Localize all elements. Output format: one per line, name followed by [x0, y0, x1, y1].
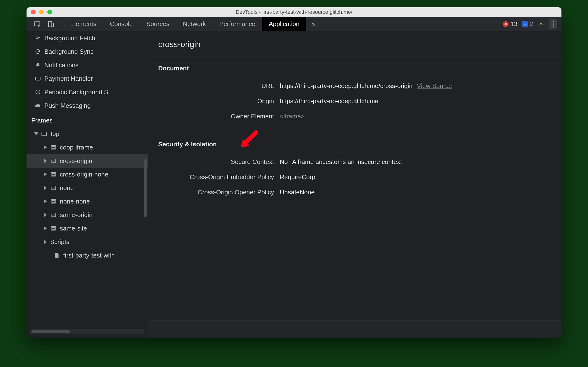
disclosure-triangle-icon[interactable] [44, 186, 47, 190]
tab-sources[interactable]: Sources [140, 17, 176, 31]
security-isolation-section: Security & Isolation Secure Context No A… [148, 132, 562, 208]
iframe-icon [50, 212, 56, 218]
script-file-item[interactable]: first-party-test-with- [26, 249, 148, 262]
frame-item-coop-iframe[interactable]: coop-iframe [26, 141, 148, 154]
settings-gear-icon[interactable] [537, 20, 545, 28]
svg-rect-16 [52, 201, 55, 202]
svg-rect-18 [52, 214, 55, 216]
bottom-bars [148, 320, 562, 338]
tab-console[interactable]: Console [103, 17, 139, 31]
iframe-icon [50, 171, 56, 177]
tabbar: Elements Console Sources Network Perform… [26, 17, 562, 31]
tab-application[interactable]: Application [262, 17, 306, 31]
frame-label: cross-origin [60, 157, 92, 165]
close-window-button[interactable] [31, 10, 36, 15]
error-counter[interactable]: ✕ 13 [503, 20, 518, 28]
row-secure-context: Secure Context No A frame ancestor is an… [148, 154, 562, 169]
minimize-window-button[interactable] [39, 10, 44, 15]
svg-rect-6 [42, 132, 47, 135]
disclosure-triangle-icon[interactable] [44, 240, 47, 244]
cloud-icon [35, 102, 41, 109]
disclosure-triangle-icon[interactable] [44, 199, 47, 203]
svg-point-3 [540, 23, 542, 25]
value-url: https://third-party-no-coep.glitch.me/cr… [280, 82, 413, 90]
view-source-link[interactable]: View Source [417, 82, 452, 90]
sidebar-item-label: Notifications [44, 61, 79, 69]
frame-tree-scripts[interactable]: Scripts [26, 235, 148, 249]
frame-label: same-origin [60, 211, 92, 219]
sidebar-item-background-sync[interactable]: Background Sync [26, 45, 148, 58]
sidebar-item-label: Background Sync [44, 48, 93, 55]
window-icon [41, 131, 47, 137]
frame-label: same-site [60, 225, 87, 232]
inspect-element-icon[interactable] [34, 20, 41, 28]
svg-rect-12 [52, 174, 55, 175]
value-secure-context: No [280, 158, 288, 166]
tab-label: Performance [219, 20, 255, 28]
label-coop: Cross-Origin Opener Policy [158, 189, 274, 196]
sidebar-horizontal-scrollbar[interactable] [30, 329, 144, 334]
sidebar-item-label: Payment Handler [44, 75, 93, 83]
frame-item-none[interactable]: none [26, 181, 148, 195]
disclosure-triangle-icon[interactable] [44, 213, 47, 217]
sidebar-item-background-fetch[interactable]: Background Fetch [26, 31, 148, 45]
label-owner: Owner Element [158, 113, 274, 120]
row-url: URL https://third-party-no-coep.glitch.m… [148, 78, 562, 93]
application-sidebar: Background Fetch Background Sync Notific… [26, 31, 148, 338]
info-counter[interactable]: ≡ 2 [522, 20, 533, 28]
frame-item-same-origin[interactable]: same-origin [26, 208, 148, 222]
frame-item-none-none[interactable]: none-none [26, 195, 148, 208]
tab-network[interactable]: Network [176, 17, 212, 31]
sidebar-item-periodic-background-sync[interactable]: Periodic Background S [26, 85, 148, 99]
frame-label: cross-origin-none [60, 171, 108, 178]
frame-item-same-site[interactable]: same-site [26, 222, 148, 235]
bell-icon [35, 62, 41, 68]
frame-label: Scripts [50, 238, 69, 246]
frame-item-cross-origin[interactable]: cross-origin [26, 154, 148, 167]
tab-label: Network [183, 20, 206, 28]
tab-label: Sources [146, 20, 169, 28]
disclosure-triangle-icon[interactable] [44, 226, 47, 231]
disclosure-triangle-icon[interactable] [44, 159, 47, 163]
tab-elements[interactable]: Elements [63, 17, 103, 31]
clock-icon [35, 89, 41, 95]
sidebar-vertical-scrollbar[interactable] [144, 159, 147, 217]
disclosure-triangle-icon[interactable] [34, 132, 38, 135]
tab-performance[interactable]: Performance [213, 17, 262, 31]
sidebar-item-label: Push Messaging [44, 102, 91, 109]
svg-rect-10 [52, 160, 55, 162]
tabs-overflow-button[interactable]: » [306, 17, 320, 31]
titlebar: DevTools - first-party-test-with-resourc… [26, 7, 562, 17]
device-toggle-icon[interactable] [47, 20, 55, 28]
sync-vertical-icon [35, 35, 41, 41]
empty-bar-1 [148, 320, 562, 329]
frame-label: none [60, 184, 74, 192]
disclosure-triangle-icon[interactable] [44, 172, 47, 176]
more-menu-icon[interactable] [549, 19, 557, 29]
frame-item-cross-origin-none[interactable]: cross-origin-none [26, 167, 148, 181]
owner-element-link[interactable]: <iframe> [280, 113, 305, 120]
tab-label: Console [110, 20, 133, 28]
frame-tree-top[interactable]: top [26, 127, 148, 141]
sync-icon [35, 49, 41, 55]
sidebar-item-push-messaging[interactable]: Push Messaging [26, 99, 148, 112]
frame-detail-panel: cross-origin Document URL https://third-… [148, 31, 562, 338]
iframe-icon [50, 158, 56, 164]
section-heading: Document [148, 56, 562, 78]
row-coep: Cross-Origin Embedder Policy RequireCorp [148, 169, 562, 185]
credit-card-icon [35, 75, 41, 82]
row-coop: Cross-Origin Opener Policy UnsafeNone [148, 185, 562, 200]
scrollbar-thumb[interactable] [31, 330, 70, 333]
sidebar-item-payment-handler[interactable]: Payment Handler [26, 72, 148, 85]
devtools-window: DevTools - first-party-test-with-resourc… [26, 7, 562, 338]
sidebar-item-notifications[interactable]: Notifications [26, 58, 148, 72]
row-owner-element: Owner Element <iframe> [148, 109, 562, 124]
detail-title: cross-origin [148, 31, 562, 56]
zoom-window-button[interactable] [47, 10, 52, 15]
tab-label: Elements [70, 20, 96, 28]
disclosure-triangle-icon[interactable] [44, 145, 47, 150]
info-badge-icon: ≡ [522, 21, 528, 27]
note-secure-context: A frame ancestor is an insecure context [292, 158, 402, 166]
label-secure-context: Secure Context [158, 158, 274, 166]
iframe-icon [50, 144, 56, 150]
